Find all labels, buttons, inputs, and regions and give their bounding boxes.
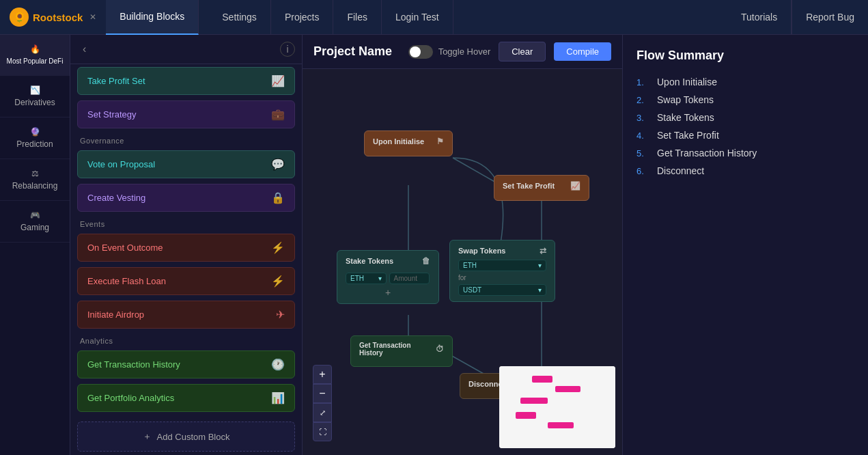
flow-label-5: Get Transaction History: [657, 148, 757, 158]
sidebar-item-prediction[interactable]: 🔮 Prediction: [0, 118, 70, 159]
briefcase-icon: 💼: [271, 108, 285, 121]
compile-button[interactable]: Compile: [554, 42, 611, 61]
swap-icon: ⇄: [540, 246, 546, 256]
canvas-area: Project Name Toggle Hover Clear Compile: [303, 35, 622, 455]
tab-login-test[interactable]: Login Test: [382, 0, 453, 35]
flow-summary-item-5: 5. Get Transaction History: [636, 148, 854, 158]
block-label: Set Strategy: [87, 109, 137, 120]
active-tab-label[interactable]: Building Blocks: [106, 0, 199, 35]
node-label: Get Transaction History: [359, 342, 436, 357]
delete-icon: 🗑: [422, 256, 430, 266]
sidebar-item-label: Gaming: [5, 223, 64, 232]
tab-files[interactable]: Files: [333, 0, 382, 35]
stake-token-select[interactable]: ETH▾ Amount: [346, 270, 430, 284]
flow-summary-item-4: 4. Set Take Profit: [636, 130, 854, 141]
node-plus[interactable]: +: [346, 287, 430, 298]
flow-label-6: Disconnect: [657, 165, 704, 176]
toggle-hover-switch[interactable]: [408, 45, 433, 59]
chevron-down-icon: ▾: [378, 275, 382, 282]
top-nav: 🌻 Rootstock ✕ Building Blocks Settings P…: [0, 0, 868, 35]
sidebar-item-rebalancing[interactable]: ⚖ Rebalancing: [0, 159, 70, 201]
block-label: Create Vesting: [87, 193, 145, 203]
minimap-block-1: [532, 376, 553, 383]
flow-num-3: 3.: [636, 113, 650, 123]
sidebar-item-gaming[interactable]: 🎮 Gaming: [0, 201, 70, 243]
tab-report-bug[interactable]: Report Bug: [792, 0, 868, 35]
block-label: Execute Flash Loan: [87, 276, 166, 286]
block-initiate-airdrop[interactable]: Initiate Airdrop ✈: [77, 301, 295, 329]
tab-tutorials[interactable]: Tutorials: [727, 0, 792, 35]
panel-info-button[interactable]: i: [280, 42, 295, 57]
project-name[interactable]: Project Name: [313, 44, 392, 59]
flow-num-6: 6.: [636, 166, 650, 176]
amount-input[interactable]: Amount: [389, 273, 430, 284]
add-custom-block-button[interactable]: ＋ Add Custom Block: [77, 422, 295, 452]
node-stake-tokens[interactable]: Stake Tokens 🗑 ETH▾ Amount +: [337, 250, 439, 304]
block-on-event-outcome[interactable]: On Event Outcome ⚡: [77, 234, 295, 262]
zoom-out-button[interactable]: −: [313, 384, 332, 403]
to-label: USDT: [463, 286, 481, 294]
node-upon-initialise[interactable]: Upon Initialise ⚑: [364, 130, 453, 156]
clock-icon: ⏱: [436, 344, 444, 354]
block-label: Get Portfolio Analytics: [87, 393, 174, 403]
sidebar-item-label: Derivatives: [5, 98, 64, 107]
logo-area: 🌻 Rootstock ✕ Building Blocks: [0, 0, 208, 35]
block-execute-flash-loan[interactable]: Execute Flash Loan ⚡: [77, 267, 295, 295]
for-label: for: [458, 274, 546, 281]
clear-button[interactable]: Clear: [499, 42, 546, 61]
zoom-fit-button[interactable]: ⤢: [313, 403, 332, 422]
zoom-in-button[interactable]: +: [313, 365, 332, 384]
flow-summary-item-1: 1. Upon Initialise: [636, 77, 854, 87]
trending-up-icon: 📈: [271, 74, 285, 87]
flow-summary-list: 1. Upon Initialise 2. Swap Tokens 3. Sta…: [636, 77, 854, 176]
canvas-content[interactable]: Upon Initialise ⚑ Set Take Profit 📈 Stak…: [303, 69, 622, 455]
flow-summary: Flow Summary 1. Upon Initialise 2. Swap …: [622, 35, 868, 455]
node-header: Upon Initialise ⚑: [373, 137, 444, 146]
flow-num-4: 4.: [636, 130, 650, 141]
canvas-toolbar: Project Name Toggle Hover Clear Compile: [303, 35, 622, 69]
zoom-fullscreen-button[interactable]: ⛶: [313, 422, 332, 441]
tab-close[interactable]: ✕: [89, 12, 96, 22]
nav-spacer: [453, 0, 727, 35]
eth-select[interactable]: ETH▾: [346, 273, 387, 284]
flow-label-2: Swap Tokens: [657, 94, 714, 105]
block-label: Get Transaction History: [87, 359, 180, 370]
panel-back-button[interactable]: ‹: [77, 40, 92, 58]
add-custom-label: Add Custom Block: [157, 432, 230, 442]
node-label: Set Take Profit: [503, 182, 555, 190]
flow-num-1: 1.: [636, 77, 650, 87]
prediction-icon: 🔮: [5, 127, 64, 137]
block-label: On Event Outcome: [87, 243, 163, 253]
swap-from-select[interactable]: ETH▾: [458, 260, 546, 271]
gaming-icon: 🎮: [5, 210, 64, 220]
eth-label: ETH: [350, 275, 364, 282]
minimap-block-5: [548, 422, 573, 429]
flag-icon: ⚑: [436, 137, 444, 146]
node-swap-tokens[interactable]: Swap Tokens ⇄ ETH▾ for USDT▾: [449, 240, 555, 302]
main-layout: 🔥 Most Popular DeFi 📉 Derivatives 🔮 Pred…: [0, 35, 868, 455]
trending-icon: 📈: [570, 181, 580, 191]
block-set-strategy[interactable]: Set Strategy 💼: [77, 100, 295, 128]
plus-icon: ＋: [143, 430, 152, 443]
flow-num-2: 2.: [636, 95, 650, 105]
governance-header: Governance: [70, 131, 302, 148]
node-label: Swap Tokens: [458, 247, 505, 255]
left-sidebar: 🔥 Most Popular DeFi 📉 Derivatives 🔮 Pred…: [0, 35, 70, 455]
toggle-hover-label: Toggle Hover: [438, 46, 491, 57]
block-take-profit-set[interactable]: Take Profit Set 📈: [77, 67, 295, 95]
sidebar-item-most-popular[interactable]: 🔥 Most Popular DeFi: [0, 35, 70, 76]
block-vote-on-proposal[interactable]: Vote on Proposal 💬: [77, 150, 295, 178]
block-get-portfolio-analytics[interactable]: Get Portfolio Analytics 📊: [77, 384, 295, 412]
tab-settings[interactable]: Settings: [208, 0, 271, 35]
minimap: [499, 366, 615, 448]
node-set-take-profit[interactable]: Set Take Profit 📈: [494, 175, 589, 201]
block-create-vesting[interactable]: Create Vesting 🔒: [77, 184, 295, 212]
swap-to-select[interactable]: USDT▾: [458, 284, 546, 296]
node-get-tx-history[interactable]: Get Transaction History ⏱: [350, 335, 453, 367]
lightning-icon: ⚡: [271, 241, 285, 254]
sidebar-item-derivatives[interactable]: 📉 Derivatives: [0, 76, 70, 118]
minimap-inner: [499, 366, 615, 448]
flow-num-5: 5.: [636, 148, 650, 158]
block-get-transaction-history[interactable]: Get Transaction History 🕐: [77, 350, 295, 378]
tab-projects[interactable]: Projects: [271, 0, 334, 35]
